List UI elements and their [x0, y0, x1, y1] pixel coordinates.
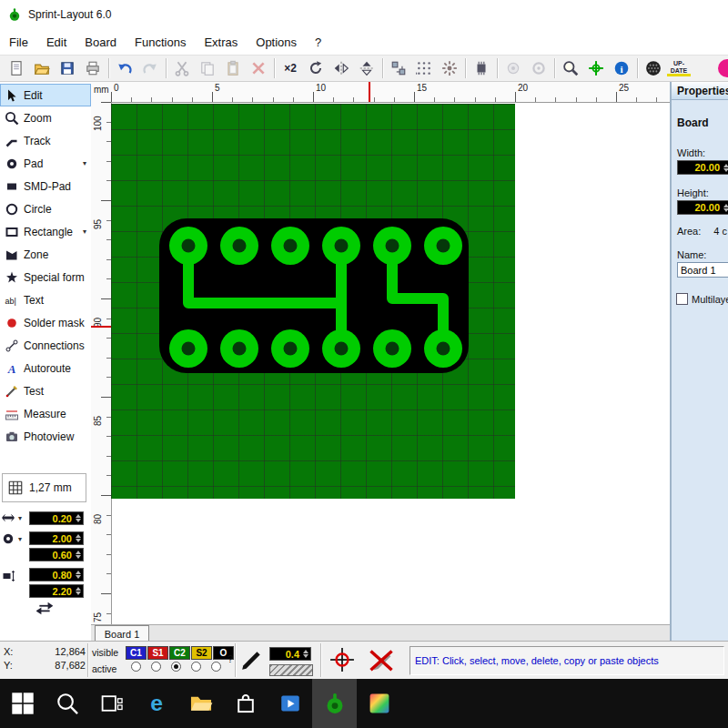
tool-edit[interactable]: Edit	[0, 84, 91, 106]
menu-item-options[interactable]: Options	[247, 33, 306, 53]
tool-rectangle[interactable]: Rectangle▾	[0, 220, 91, 243]
tool-solder-mask[interactable]: Solder mask	[0, 311, 91, 334]
toolbar-footprint-library[interactable]	[469, 56, 494, 81]
tool-track[interactable]: Track	[0, 129, 91, 152]
layer-radio-s1[interactable]	[151, 662, 161, 672]
tool-smd-pad[interactable]: SMD-Pad	[0, 175, 91, 197]
toolbar-copy[interactable]	[195, 56, 220, 81]
toolbar-cleanup[interactable]	[437, 56, 462, 81]
toolbar-scale-x2[interactable]: ×2	[278, 56, 303, 81]
toolbar-redo[interactable]	[137, 56, 163, 81]
toolbar-photoview-toggle[interactable]	[641, 56, 666, 81]
layer-chip-s1[interactable]: S1	[147, 646, 168, 660]
tool-zone[interactable]: Zone	[0, 243, 91, 266]
layer-radio-s2[interactable]	[191, 662, 201, 672]
canvas-area[interactable]: mm 0510152025 1009590858075	[91, 82, 670, 624]
toolbar-mirror-vertical[interactable]	[354, 56, 379, 81]
layer-radio-o[interactable]	[211, 662, 221, 672]
layer-chip-s2[interactable]: S2	[191, 646, 212, 660]
spinner-control[interactable]	[722, 161, 728, 174]
dropdown-arrow-icon[interactable]: ▾	[83, 228, 86, 236]
pcb-board[interactable]	[111, 104, 515, 499]
taskbar-store[interactable]	[223, 679, 268, 728]
layer-chip-c2[interactable]: C2	[169, 646, 190, 660]
taskbar-file-explorer[interactable]	[178, 679, 223, 728]
menu-item-board[interactable]: Board	[76, 33, 126, 53]
param-pad-drill-field[interactable]: 0.60	[29, 548, 84, 561]
board-width-field[interactable]: 20.00	[677, 160, 728, 175]
dropdown-arrow-icon[interactable]: ▾	[18, 535, 22, 543]
toolbar-cut[interactable]	[169, 56, 195, 81]
toolbar-new-document[interactable]	[4, 56, 29, 81]
toolbar-crosshair-mode[interactable]	[583, 56, 609, 81]
pad-hole	[335, 342, 349, 356]
tool-zoom[interactable]: Zoom	[0, 106, 91, 129]
crosshair-tool-icon[interactable]	[329, 647, 355, 672]
spinner-control[interactable]	[74, 512, 82, 524]
param-smd-height-field[interactable]: 2.20	[29, 584, 84, 598]
toolbar-align-parts[interactable]	[386, 56, 411, 81]
toolbar-snap-grid[interactable]	[411, 56, 437, 81]
layer-radio-c1[interactable]	[131, 662, 141, 672]
multilayer-checkbox[interactable]	[676, 293, 688, 305]
toolbar-update[interactable]: UP-DATE	[666, 56, 692, 81]
layer-radio-c2[interactable]	[171, 662, 181, 672]
toolbar-info[interactable]: i	[609, 56, 634, 81]
toolbar-rotate[interactable]	[303, 56, 329, 81]
hatch-fill-selector[interactable]	[269, 664, 313, 676]
toolbar-via-top[interactable]	[500, 56, 526, 81]
toolbar-via-bottom[interactable]	[526, 56, 551, 81]
toolbar-print[interactable]	[80, 56, 106, 81]
taskbar-movies[interactable]	[268, 679, 312, 728]
toolbar-zoom-all[interactable]	[558, 56, 583, 81]
toolbar-open-folder[interactable]	[29, 56, 55, 81]
no-edit-icon[interactable]	[368, 648, 395, 675]
taskbar-sprint-layout[interactable]	[312, 679, 357, 728]
menu-item-help[interactable]: ?	[306, 33, 330, 53]
taskbar-search[interactable]	[45, 679, 89, 728]
tool-measure[interactable]: Measure	[0, 402, 91, 425]
toolbar-paste[interactable]	[220, 56, 246, 81]
board-height-field[interactable]: 20.00	[677, 200, 728, 215]
spinner-control[interactable]	[74, 532, 82, 544]
layer-help-button[interactable]: ?	[228, 653, 233, 664]
dropdown-arrow-icon[interactable]: ▾	[83, 159, 86, 167]
taskbar-start[interactable]	[0, 679, 45, 728]
taskbar-edge[interactable]: e	[134, 679, 178, 728]
board-name-input[interactable]	[677, 262, 728, 278]
param-pad-diameter-field[interactable]: 2.00	[29, 531, 84, 545]
tool-pad[interactable]: Pad▾	[0, 152, 91, 175]
param-track-width-field[interactable]: 0.20	[29, 511, 84, 525]
swap-arrows-icon[interactable]	[36, 600, 53, 616]
dropdown-arrow-icon[interactable]: ▾	[18, 514, 22, 522]
tool-text[interactable]: ab|Text	[0, 288, 91, 311]
menu-item-extras[interactable]: Extras	[195, 33, 247, 53]
spinner-control[interactable]	[74, 549, 82, 561]
tool-photoview[interactable]: Photoview	[0, 425, 91, 448]
tool-autoroute[interactable]: AAutoroute	[0, 357, 91, 379]
menu-item-edit[interactable]: Edit	[37, 33, 76, 53]
tool-test[interactable]: Test	[0, 379, 91, 402]
toolbar-undo[interactable]	[112, 56, 137, 81]
toolbar-save[interactable]	[55, 56, 80, 81]
menu-item-functions[interactable]: Functions	[126, 33, 195, 53]
spinner-control[interactable]	[74, 585, 82, 597]
spinner-control[interactable]	[722, 201, 728, 214]
grid-button[interactable]: 1,27 mm	[2, 473, 86, 502]
param-smd-width-field[interactable]: 0.80	[29, 568, 84, 581]
spinner-control[interactable]	[74, 569, 82, 581]
menu-item-file[interactable]: File	[0, 33, 37, 53]
spinner-control[interactable]	[301, 648, 309, 660]
tool-circle[interactable]: Circle	[0, 197, 91, 220]
taskbar-color-picker[interactable]	[357, 679, 401, 728]
tool-label: Autoroute	[24, 362, 71, 375]
tool-special-form[interactable]: Special form	[0, 266, 91, 288]
layer-chip-c1[interactable]: C1	[126, 646, 147, 660]
current-track-width-field[interactable]: 0.4	[269, 647, 311, 661]
tab-board-1[interactable]: Board 1	[95, 625, 149, 642]
toolbar-delete[interactable]	[246, 56, 271, 81]
tool-connections[interactable]: Connections	[0, 334, 91, 357]
pcb-canvas[interactable]	[111, 104, 515, 499]
taskbar-task-view[interactable]	[89, 679, 134, 728]
toolbar-mirror-horizontal[interactable]	[329, 56, 354, 81]
